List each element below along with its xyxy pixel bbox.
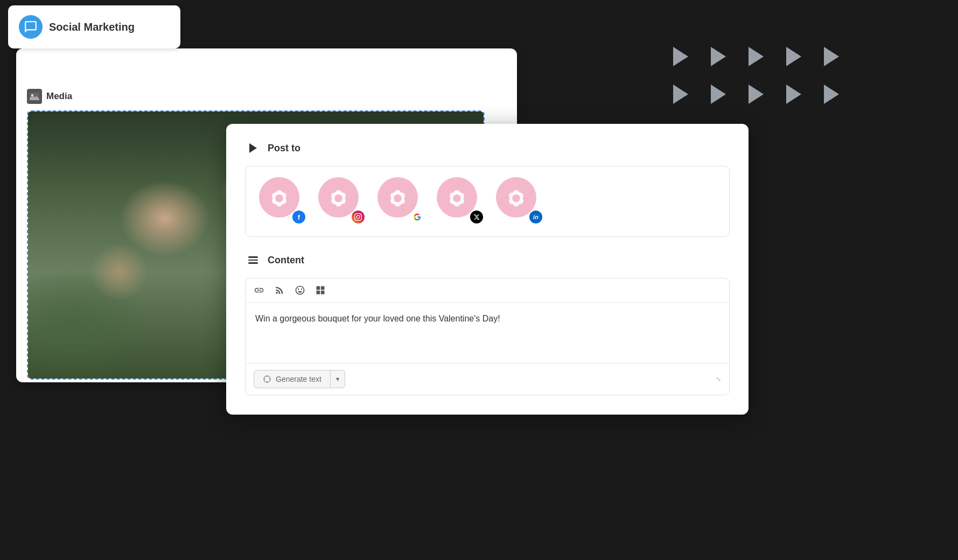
facebook-badge: f	[291, 209, 306, 225]
social-accounts-container: f	[245, 166, 730, 237]
content-icon	[245, 252, 261, 268]
post-to-icon	[245, 140, 261, 156]
instagram-badge	[351, 209, 366, 225]
generate-dropdown-button[interactable]: ▾	[331, 370, 345, 388]
flower-svg-linkedin	[504, 185, 528, 209]
flower-svg-google	[386, 185, 410, 209]
content-header: Content	[245, 252, 730, 268]
svg-point-15	[334, 194, 342, 202]
flower-svg-instagram	[326, 185, 351, 209]
x-badge	[469, 209, 484, 225]
arrow-icon	[780, 81, 807, 108]
content-text-box: Win a gorgeous bouquet for your loved on…	[245, 278, 730, 395]
arrow-icon	[743, 81, 770, 108]
emoji-icon[interactable]	[295, 285, 305, 296]
svg-point-36	[512, 194, 520, 202]
social-account-x[interactable]	[437, 177, 485, 226]
google-badge	[410, 209, 425, 225]
social-account-facebook[interactable]: f	[259, 177, 307, 226]
svg-point-29	[453, 194, 460, 202]
post-to-header: Post to	[245, 140, 730, 156]
template-icon[interactable]	[315, 285, 326, 296]
generate-text-label: Generate text	[276, 375, 321, 383]
content-textarea[interactable]: Win a gorgeous bouquet for your loved on…	[246, 303, 729, 361]
post-editor-card: Post to f	[226, 124, 749, 415]
resize-handle[interactable]: ⤡	[716, 375, 721, 383]
social-account-linkedin[interactable]: in	[496, 177, 544, 226]
generate-text-row: Generate text ▾ ⤡	[246, 363, 729, 395]
arrow-icon	[818, 43, 845, 70]
play-arrow-icon	[249, 143, 257, 153]
media-section-header: Media	[27, 89, 506, 104]
social-account-instagram[interactable]	[318, 177, 367, 226]
arrow-icon	[705, 81, 732, 108]
linkedin-badge: in	[528, 209, 543, 225]
generate-text-button[interactable]: Generate text	[254, 370, 331, 388]
arrow-icon	[818, 81, 845, 108]
background-arrow-pattern	[667, 43, 850, 113]
social-marketing-header-card: Social Marketing	[8, 5, 180, 48]
arrow-icon	[743, 43, 770, 70]
generate-text-button-wrapper: Generate text ▾	[254, 370, 345, 388]
content-title: Content	[268, 255, 304, 266]
social-account-google[interactable]	[377, 177, 426, 226]
content-toolbar	[246, 278, 729, 303]
flower-svg-x	[445, 185, 469, 209]
svg-point-8	[275, 194, 283, 202]
rss-icon[interactable]	[274, 285, 285, 296]
hamburger-icon	[248, 256, 258, 264]
arrow-icon	[667, 81, 694, 108]
flower-svg-facebook	[267, 185, 291, 209]
social-marketing-icon	[19, 15, 43, 39]
dropdown-arrow: ▾	[336, 375, 339, 383]
generate-icon	[263, 375, 271, 383]
media-section-label: Media	[46, 91, 72, 102]
arrow-icon	[705, 43, 732, 70]
arrow-icon	[780, 43, 807, 70]
app-title: Social Marketing	[49, 21, 135, 33]
link-icon[interactable]	[254, 285, 264, 296]
arrow-icon	[667, 43, 694, 70]
media-icon	[27, 89, 42, 104]
svg-point-22	[394, 194, 401, 202]
chat-bubble-icon	[24, 20, 38, 34]
post-to-title: Post to	[268, 143, 300, 154]
